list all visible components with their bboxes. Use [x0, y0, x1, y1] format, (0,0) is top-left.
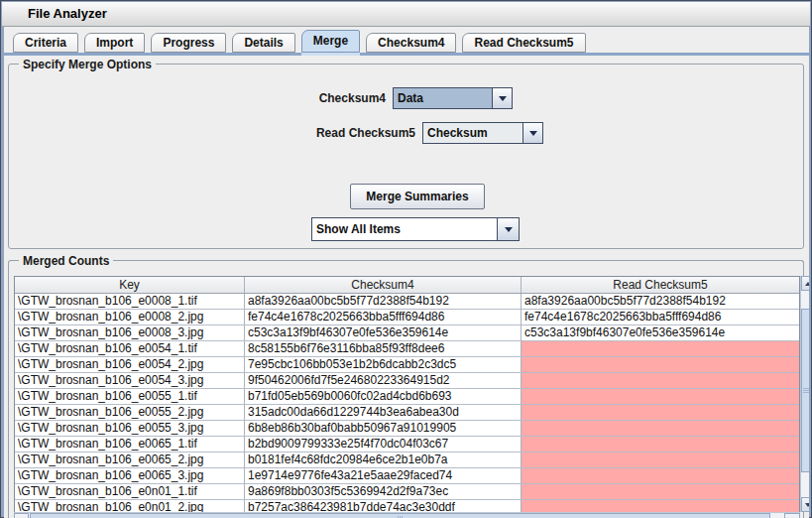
- cell-key: \GTW_brosnan_b106_e0054_3.jpg: [15, 373, 245, 388]
- checksum4-combobox-arrow-button[interactable]: [492, 88, 512, 108]
- read-checksum5-combobox[interactable]: Checksum: [422, 122, 543, 144]
- show-items-filter-combobox[interactable]: Show All Items: [311, 217, 520, 241]
- specify-merge-options-group: Specify Merge Options Checksum4 Data Rea…: [8, 64, 804, 249]
- cell-read-checksum5: fe74c4e1678c2025663bba5fff694d86: [522, 310, 799, 324]
- tab-progress[interactable]: Progress: [151, 33, 226, 53]
- table-row[interactable]: \GTW_brosnan_b106_e0008_2.jpg fe74c4e167…: [15, 310, 799, 325]
- table-row[interactable]: \GTW_brosnan_b106_e0n01_1.tif 9a869f8bb0…: [15, 484, 799, 500]
- checksum4-label: Checksum4: [319, 91, 386, 105]
- merged-counts-table: Key Checksum4 Read Checksum5 \GTW_brosna…: [14, 276, 800, 517]
- vertical-scrollbar-thumb[interactable]: [801, 309, 809, 472]
- tab-details[interactable]: Details: [232, 33, 294, 53]
- cell-key: \GTW_brosnan_b106_e0008_3.jpg: [15, 325, 245, 340]
- cell-checksum4: 7e95cbc106bb053e1b2b6dcabb2c3dc5: [245, 357, 522, 372]
- cell-key: \GTW_brosnan_b106_e0008_2.jpg: [15, 310, 245, 324]
- cell-checksum4: fe74c4e1678c2025663bba5fff694d86: [245, 310, 522, 324]
- cell-read-checksum5: [522, 405, 799, 420]
- cell-checksum4: b0181fef4c68fdc20984e6ce2b1e0b7a: [245, 453, 522, 467]
- cell-read-checksum5: [522, 484, 799, 499]
- table-row[interactable]: \GTW_brosnan_b106_e0065_3.jpg 1e9714e977…: [15, 468, 799, 484]
- tab-merge[interactable]: Merge: [301, 30, 360, 53]
- read-checksum5-label: Read Checksum5: [316, 126, 415, 140]
- cell-read-checksum5: [522, 468, 799, 483]
- tab-label: Import: [96, 36, 133, 50]
- tab-label: Progress: [163, 36, 214, 50]
- cell-key: \GTW_brosnan_b106_e0065_2.jpg: [15, 453, 245, 467]
- vertical-scrollbar[interactable]: [800, 276, 809, 512]
- table-row[interactable]: \GTW_brosnan_b106_e0008_1.tif a8fa3926aa…: [15, 294, 799, 310]
- window-titlebar[interactable]: File Analyzer: [2, 2, 810, 27]
- cell-key: \GTW_brosnan_b106_e0065_1.tif: [15, 437, 245, 452]
- cell-read-checksum5: [522, 421, 799, 436]
- scroll-left-button[interactable]: [14, 513, 29, 518]
- cell-read-checksum5: [522, 437, 799, 452]
- cell-checksum4: 8c58155b6f76e3116bba85f93ff8dee6: [245, 341, 522, 356]
- tab-criteria[interactable]: Criteria: [13, 33, 78, 53]
- chevron-down-icon: [529, 131, 537, 140]
- cell-key: \GTW_brosnan_b106_e0055_3.jpg: [15, 421, 245, 436]
- merged-counts-group: Merged Counts Key Checksum4 Read Checksu…: [8, 260, 804, 518]
- table-row[interactable]: \GTW_brosnan_b106_e0055_1.tif b71fd05eb5…: [15, 389, 799, 405]
- merge-summaries-button[interactable]: Merge Summaries: [350, 184, 485, 209]
- cell-read-checksum5: [522, 357, 799, 372]
- cell-checksum4: 315adc00da66d1229744b3ea6abea30d: [245, 405, 522, 420]
- show-items-filter-arrow-button[interactable]: [497, 218, 519, 240]
- cell-checksum4: b2bd9009799333e25f4f70dc04f03c67: [245, 437, 522, 452]
- cell-checksum4: 6b8eb86b30baf0babb50967a91019905: [245, 421, 522, 436]
- tab-label: Checksum4: [378, 36, 444, 50]
- horizontal-scrollbar-thumb[interactable]: [30, 513, 770, 518]
- tab-checksum4[interactable]: Checksum4: [366, 33, 456, 53]
- read-checksum5-combobox-value: Checksum: [423, 123, 522, 143]
- tab-import[interactable]: Import: [84, 33, 145, 53]
- table-row[interactable]: \GTW_brosnan_b106_e0054_2.jpg 7e95cbc106…: [15, 357, 799, 373]
- cell-read-checksum5: a8fa3926aa00bc5b5f77d2388f54b192: [522, 294, 799, 309]
- table-row[interactable]: \GTW_brosnan_b106_e0065_2.jpg b0181fef4c…: [15, 453, 799, 468]
- cell-checksum4: 1e9714e9776fe43a21e5aae29faced74: [245, 468, 522, 483]
- cell-key: \GTW_brosnan_b106_e0008_1.tif: [15, 294, 245, 309]
- tab-read-checksum5[interactable]: Read Checksum5: [462, 33, 585, 53]
- read-checksum5-combobox-arrow-button[interactable]: [522, 123, 542, 143]
- table-row[interactable]: \GTW_brosnan_b106_e0065_1.tif b2bd900979…: [15, 437, 799, 453]
- cell-key: \GTW_brosnan_b106_e0n01_1.tif: [15, 484, 245, 499]
- cell-read-checksum5: [522, 453, 799, 467]
- column-header-key[interactable]: Key: [15, 277, 245, 293]
- merged-counts-title: Merged Counts: [19, 253, 113, 269]
- tab-label: Read Checksum5: [474, 36, 573, 50]
- scroll-up-button[interactable]: [801, 276, 809, 291]
- cell-read-checksum5: [522, 373, 799, 388]
- file-analyzer-window: File Analyzer Criteria Import Progress D…: [0, 0, 812, 518]
- table-header-row: Key Checksum4 Read Checksum5: [15, 277, 799, 294]
- chevron-down-icon: [505, 227, 513, 236]
- tab-label: Criteria: [25, 36, 66, 50]
- checksum4-combobox[interactable]: Data: [393, 87, 513, 109]
- scroll-down-button[interactable]: [801, 497, 809, 512]
- table-row[interactable]: \GTW_brosnan_b106_e0054_3.jpg 9f50462006…: [15, 373, 799, 389]
- cell-checksum4: a8fa3926aa00bc5b5f77d2388f54b192: [245, 294, 522, 309]
- checksum4-combobox-value: Data: [394, 88, 492, 108]
- table-row[interactable]: \GTW_brosnan_b106_e0055_3.jpg 6b8eb86b30…: [15, 421, 799, 437]
- arrow-down-icon: [805, 503, 810, 510]
- table-row[interactable]: \GTW_brosnan_b106_e0054_1.tif 8c58155b6f…: [15, 341, 799, 357]
- table-row[interactable]: \GTW_brosnan_b106_e0008_3.jpg c53c3a13f9…: [15, 325, 799, 341]
- merge-summaries-button-label: Merge Summaries: [366, 190, 468, 203]
- table-row[interactable]: \GTW_brosnan_b106_e0055_2.jpg 315adc00da…: [15, 405, 799, 421]
- column-header-checksum4[interactable]: Checksum4: [245, 277, 522, 293]
- specify-merge-options-title: Specify Merge Options: [19, 57, 156, 72]
- scrollbar-grip: [803, 388, 809, 389]
- horizontal-scrollbar[interactable]: [14, 512, 800, 518]
- tab-underline: [4, 53, 809, 56]
- arrow-up-icon: [805, 279, 810, 286]
- cell-read-checksum5: [522, 389, 799, 404]
- scroll-right-button[interactable]: [784, 513, 800, 518]
- tab-label: Merge: [313, 34, 348, 48]
- cell-key: \GTW_brosnan_b106_e0054_2.jpg: [15, 357, 245, 372]
- cell-key: \GTW_brosnan_b106_e0055_2.jpg: [15, 405, 245, 420]
- column-header-read-checksum5[interactable]: Read Checksum5: [522, 277, 799, 293]
- cell-key: \GTW_brosnan_b106_e0065_3.jpg: [15, 468, 245, 483]
- chevron-down-icon: [499, 96, 507, 105]
- cell-read-checksum5: [522, 341, 799, 356]
- window-title: File Analyzer: [28, 6, 107, 21]
- tab-bar: Criteria Import Progress Details Merge: [13, 30, 586, 53]
- cell-checksum4: b71fd05eb569b0060fc02ad4cbd6b693: [245, 389, 522, 404]
- cell-checksum4: c53c3a13f9bf46307e0fe536e359614e: [245, 325, 522, 340]
